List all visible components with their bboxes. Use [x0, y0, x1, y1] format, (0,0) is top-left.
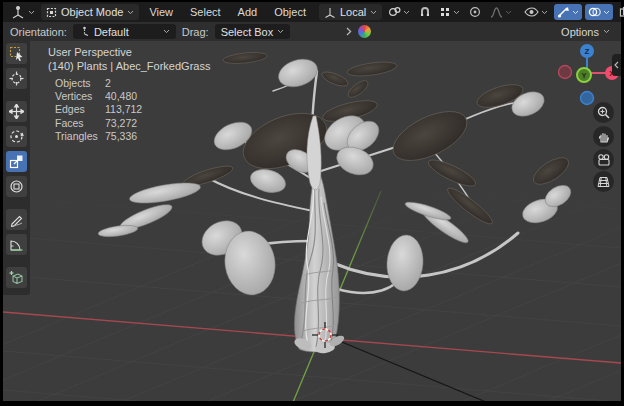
- expand-right-icon[interactable]: [346, 27, 352, 36]
- pan-hand-icon: [597, 130, 610, 143]
- orientation-global-icon: [324, 7, 336, 18]
- add-cube-icon: [9, 270, 24, 285]
- chevron-down-icon: [603, 10, 610, 15]
- tool-measure-button[interactable]: [6, 234, 27, 255]
- object-visibility-icon: [524, 6, 539, 18]
- editor-type-button[interactable]: [8, 4, 38, 20]
- svg-text:Z: Z: [585, 47, 590, 56]
- gizmo-x-neg-axis[interactable]: [559, 66, 572, 79]
- xray-toggle-icon: [619, 6, 624, 18]
- proportional-editing-button[interactable]: [466, 4, 484, 20]
- chevron-down-icon: [603, 29, 610, 34]
- camera-view-icon: [597, 154, 611, 166]
- pivot-point-button[interactable]: [385, 4, 413, 20]
- menu-object[interactable]: Object: [267, 5, 313, 19]
- svg-text:Y: Y: [581, 71, 586, 80]
- editor-type-3d-viewport-icon: [11, 6, 26, 19]
- navigation-gizmo[interactable]: Z X Y: [551, 41, 621, 107]
- tool-orientation-value: Default: [94, 26, 129, 38]
- menu-select[interactable]: Select: [183, 5, 228, 19]
- chevron-down-icon: [453, 10, 460, 15]
- falloff-curve-button[interactable]: [487, 4, 515, 20]
- camera-view-button[interactable]: [593, 149, 614, 170]
- stat-vertices: Vertices40,480: [55, 90, 142, 103]
- overlays-toggle-icon: [588, 6, 601, 18]
- perspective-ortho-icon: [597, 176, 610, 188]
- drag-value: Select Box: [221, 26, 274, 38]
- tool-move-button[interactable]: [6, 101, 27, 122]
- orientation-value: Local: [340, 6, 366, 18]
- chevron-down-icon: [163, 29, 170, 34]
- view-perspective-label: User Perspective: [48, 45, 210, 59]
- xray-toggle-button[interactable]: [616, 4, 624, 20]
- scale-tool-icon: [9, 154, 24, 169]
- chevron-down-icon: [28, 10, 35, 15]
- zoom-button[interactable]: [593, 102, 614, 123]
- tool-orientation-select[interactable]: Default: [73, 24, 176, 39]
- overlays-toggle-button[interactable]: [585, 4, 613, 20]
- tool-settings-bar: Orientation: Default Drag: Select Box Op…: [3, 22, 621, 41]
- viewport-header: Object Mode View Select Add Object Local: [3, 2, 621, 22]
- transform-orientation-select[interactable]: Local: [319, 4, 382, 20]
- tool-add-cube-button[interactable]: [6, 267, 27, 288]
- perspective-ortho-button[interactable]: [593, 171, 614, 192]
- gizmo-z-neg-axis[interactable]: [581, 92, 594, 105]
- cursor-tool-icon: [9, 71, 24, 86]
- chevron-down-icon: [403, 10, 410, 15]
- chevron-down-icon: [370, 10, 377, 15]
- scene-stats-overlay: Objects2 Vertices40,480 Edges113,712 Fac…: [55, 77, 142, 143]
- options-label: Options: [561, 26, 599, 38]
- chevron-left-icon: [614, 61, 619, 69]
- drag-mode-select[interactable]: Select Box: [215, 24, 291, 39]
- stat-triangles: Triangles75,336: [55, 130, 142, 143]
- snap-toggle-button[interactable]: [416, 4, 434, 20]
- rotate-tool-icon: [9, 129, 24, 144]
- orientation-label: Orientation:: [10, 26, 67, 38]
- chevron-down-icon: [541, 10, 548, 15]
- chevron-down-icon: [127, 10, 134, 15]
- proportional-editing-icon: [469, 6, 481, 18]
- snap-target-button[interactable]: [437, 4, 463, 20]
- tool-annotate-button[interactable]: [6, 209, 27, 230]
- transform-tool-icon: [9, 179, 24, 194]
- measure-tool-icon: [9, 237, 24, 252]
- blender-frame: Object Mode View Select Add Object Local: [3, 2, 621, 401]
- select-box-icon: [9, 46, 24, 61]
- active-object-breadcrumb: (140) Plants | Abec_ForkedGrass: [48, 59, 210, 73]
- stat-faces: Faces73,272: [55, 117, 142, 130]
- tool-rotate-button[interactable]: [6, 126, 27, 147]
- gizmos-toggle-icon: [557, 6, 570, 18]
- pivot-point-icon: [388, 6, 401, 18]
- brush-color-icon[interactable]: [358, 25, 371, 38]
- mode-label: Object Mode: [61, 6, 123, 18]
- chevron-down-icon: [505, 10, 512, 15]
- sidebar-toggle[interactable]: [612, 54, 621, 76]
- tool-cursor-button[interactable]: [6, 68, 27, 89]
- tool-transform-button[interactable]: [6, 176, 27, 197]
- view-info-overlay: User Perspective (140) Plants | Abec_For…: [48, 45, 210, 73]
- axis-icon: [79, 26, 90, 37]
- mode-select[interactable]: Object Mode: [41, 4, 139, 20]
- tool-select-box-button[interactable]: [6, 43, 27, 64]
- viewport-3d[interactable]: User Perspective (140) Plants | Abec_For…: [3, 41, 621, 401]
- options-button[interactable]: Options: [557, 26, 614, 38]
- chevron-down-icon: [277, 29, 284, 34]
- tool-scale-button[interactable]: [6, 151, 27, 172]
- object-mode-icon: [46, 7, 57, 18]
- menu-add[interactable]: Add: [231, 5, 265, 19]
- snap-target-icon: [440, 7, 451, 18]
- gizmos-toggle-button[interactable]: [554, 4, 582, 20]
- snap-magnet-icon: [419, 6, 431, 18]
- tool-shelf: [3, 41, 30, 295]
- menu-view[interactable]: View: [142, 5, 180, 19]
- falloff-curve-icon: [490, 7, 503, 18]
- object-visibility-button[interactable]: [521, 4, 551, 20]
- move-tool-icon: [9, 104, 24, 119]
- stat-edges: Edges113,712: [55, 103, 142, 116]
- annotate-pencil-icon: [9, 212, 24, 227]
- pan-button[interactable]: [593, 126, 614, 147]
- blender-window: { "topbar": { "editor_icon": "editor-typ…: [0, 0, 624, 406]
- zoom-icon: [597, 106, 610, 119]
- chevron-down-icon: [572, 10, 579, 15]
- stat-objects: Objects2: [55, 77, 142, 90]
